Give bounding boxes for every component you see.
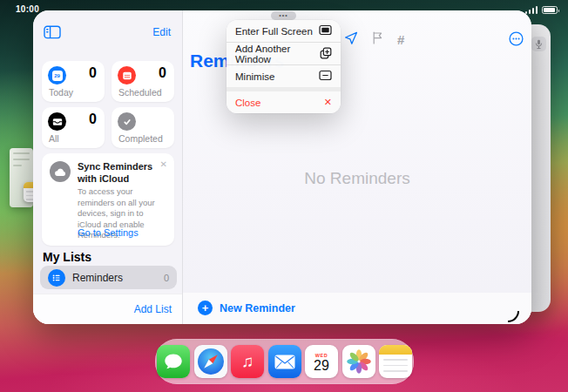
- scheduled-icon: [118, 66, 136, 84]
- ellipsis-circle-icon: [509, 31, 524, 46]
- go-to-settings-link[interactable]: Go to Settings: [78, 227, 139, 238]
- hashtag-icon[interactable]: #: [397, 32, 404, 47]
- all-count: 0: [89, 112, 97, 127]
- today-icon: 29: [48, 66, 66, 84]
- sync-card-title: Sync Reminders with iCloud: [78, 161, 158, 186]
- close-icon: ✕: [324, 97, 332, 108]
- messages-bubble-icon: [163, 351, 184, 372]
- reminders-list-icon: [48, 269, 65, 287]
- reminders-sidebar: Edit 29 0 Today: [33, 10, 183, 324]
- empty-state-label: No Reminders: [183, 169, 531, 188]
- dock-icon-safari[interactable]: [194, 345, 227, 378]
- notes-yellow-band: [379, 345, 412, 355]
- today-label: Today: [49, 87, 73, 98]
- dock-icon-music[interactable]: ♫: [231, 345, 264, 378]
- menu-item-add-another-window[interactable]: Add Another Window: [227, 43, 341, 64]
- sidebar-toggle-icon: [44, 25, 61, 39]
- status-bar-right: [525, 6, 558, 14]
- microphone-button[interactable]: [531, 37, 546, 51]
- completed-label: Completed: [118, 133, 163, 144]
- add-list-button[interactable]: Add List: [134, 303, 172, 315]
- sync-icloud-card: Sync Reminders with iCloud ✕ To access y…: [42, 153, 174, 246]
- sidebar-toggle-button[interactable]: [44, 25, 61, 39]
- today-count: 0: [89, 65, 97, 81]
- dock: ♫ WED 29: [155, 339, 414, 384]
- enter-full-screen-icon: [319, 24, 332, 37]
- scheduled-label: Scheduled: [118, 87, 162, 98]
- smart-list-scheduled[interactable]: 0 Scheduled: [112, 61, 174, 102]
- dock-icon-calendar[interactable]: WED 29: [305, 345, 338, 378]
- icloud-icon: [50, 161, 71, 182]
- all-tray-icon: [48, 112, 66, 131]
- minimise-icon: [319, 70, 332, 83]
- content-toolbar: #: [344, 31, 404, 48]
- cellular-signal-icon: [525, 6, 538, 14]
- menu-item-enter-full-screen[interactable]: Enter Full Screen: [227, 20, 341, 42]
- music-note-icon: ♫: [241, 352, 254, 371]
- calendar-weekday: WED: [315, 353, 328, 358]
- menu-item-minimise[interactable]: Minimise: [227, 65, 341, 87]
- plus-icon: +: [198, 301, 213, 315]
- share-location-arrow-icon[interactable]: [344, 31, 358, 48]
- photos-flower-icon: [345, 348, 373, 375]
- smart-list-today[interactable]: 29 0 Today: [42, 61, 105, 102]
- battery-icon: [542, 6, 558, 14]
- calendar-day: 29: [314, 359, 329, 373]
- ipad-screen: 10:00: [0, 0, 568, 392]
- dock-icon-notes[interactable]: [379, 345, 412, 378]
- menu-item-close[interactable]: Close ✕: [227, 91, 341, 113]
- smart-list-all[interactable]: 0 All: [42, 107, 105, 148]
- microphone-icon: [535, 39, 543, 50]
- dock-icon-mail[interactable]: [268, 345, 301, 378]
- smart-list-grid: 29 0 Today 0 Scheduled: [42, 61, 174, 148]
- dock-icon-photos[interactable]: [342, 345, 375, 378]
- scheduled-count: 0: [159, 65, 166, 81]
- status-bar-time: 10:00: [16, 4, 39, 14]
- edit-button[interactable]: Edit: [152, 26, 171, 38]
- add-another-window-icon: [320, 47, 332, 61]
- sidebar-footer: Add List: [33, 294, 182, 324]
- dock-icon-messages[interactable]: [157, 345, 190, 378]
- completed-checkmark-icon: [118, 112, 136, 131]
- new-reminder-button[interactable]: + New Reminder: [198, 301, 295, 315]
- list-item-reminders[interactable]: Reminders 0: [40, 266, 177, 289]
- flag-icon[interactable]: [372, 31, 383, 48]
- my-lists-heading: My Lists: [43, 250, 91, 264]
- list-item-label: Reminders: [72, 272, 157, 284]
- sync-card-close-icon[interactable]: ✕: [160, 159, 167, 169]
- smart-list-completed[interactable]: Completed: [112, 107, 174, 148]
- window-controls-pill[interactable]: •••: [271, 11, 296, 20]
- more-options-button[interactable]: [509, 31, 524, 50]
- window-options-menu: Enter Full Screen Add Another Window: [227, 20, 341, 113]
- mail-envelope-icon: [274, 355, 295, 369]
- list-item-count: 0: [164, 273, 169, 283]
- safari-compass-icon: [198, 348, 224, 375]
- all-label: All: [49, 133, 59, 144]
- content-footer: + New Reminder: [183, 293, 531, 324]
